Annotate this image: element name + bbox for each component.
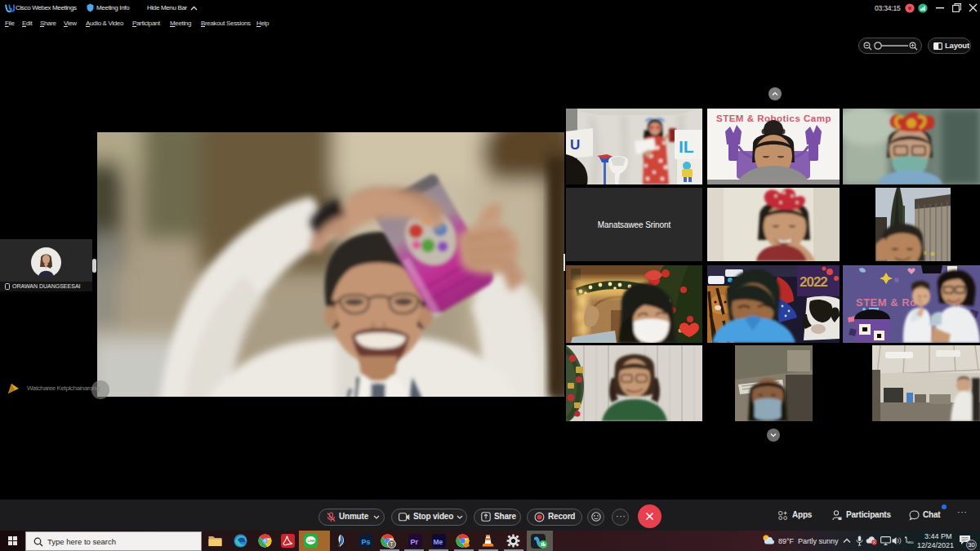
- svg-text:Pr: Pr: [411, 538, 419, 546]
- svg-text:wu: wu: [906, 540, 914, 544]
- svg-text:LINE: LINE: [308, 539, 315, 543]
- svg-text:T: T: [390, 541, 394, 547]
- svg-text:IL: IL: [679, 137, 694, 156]
- svg-text:STEM & Ro: STEM & Ro: [856, 296, 917, 309]
- svg-text:U: U: [570, 137, 580, 153]
- svg-text:Ps: Ps: [362, 538, 371, 546]
- svg-text:Me: Me: [434, 538, 443, 546]
- svg-text:2022: 2022: [800, 274, 827, 290]
